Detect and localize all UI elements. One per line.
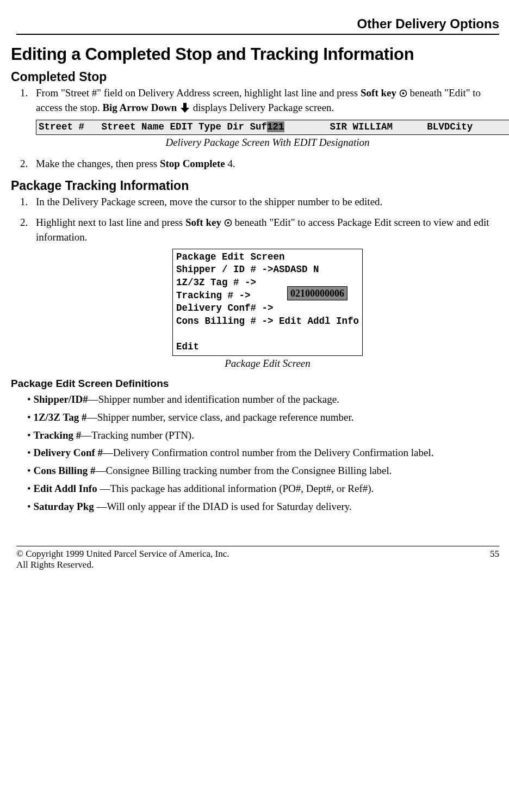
def-item: • Edit Addl Info —This package has addit… [27,482,499,496]
page-number: 55 [490,549,499,570]
stop-complete-label: Stop Complete [160,158,225,169]
line: City PostCode Unit [450,121,509,132]
def-item: • 1Z/3Z Tag #—Shipper number, service cl… [27,411,499,425]
softkey-label: Soft key [361,87,396,99]
definitions-list: • Shipper/ID#—Shipper number and identif… [27,393,499,513]
def-term: 1Z/3Z Tag # [33,411,86,423]
copyright: © Copyright 1999 United Parcel Service o… [16,549,229,559]
page-title: Editing a Completed Stop and Tracking In… [11,45,499,64]
footer-rule [16,546,499,546]
text: Highlight next to last line and press [36,217,185,228]
heading-completed-stop: Completed Stop [11,70,499,84]
step-1: From "Street #" field on Delivery Addres… [30,87,499,150]
heading-package-tracking: Package Tracking Information [11,179,499,193]
def-desc: —Will only appear if the DIAD is used fo… [97,501,352,512]
text: From "Street #" field on Delivery Addres… [36,87,361,99]
bigarrow-label: Big Arrow Down [102,102,177,113]
steps-completed-stop: From "Street #" field on Delivery Addres… [16,87,499,171]
svg-rect-2 [183,103,187,108]
text: displays Delivery Package screen. [190,102,334,113]
step-1: In the Delivery Package screen, move the… [30,195,499,209]
def-item: • Cons Billing #—Consignee Billing track… [27,464,499,478]
def-term: Edit Addl Info [33,483,100,494]
text: Make the changes, then press [36,158,160,169]
footer-left: © Copyright 1999 United Parcel Service o… [16,549,229,570]
def-desc: —Shipper number, service class, and pack… [87,411,354,423]
def-item: • Saturday Pkg —Will only appear if the … [27,500,499,514]
screen2-caption: Package Edit Screen [36,357,499,371]
def-term: Cons Billing # [33,465,95,476]
line: Delivery Conf# -> [176,302,359,315]
def-term: Delivery Conf # [33,447,103,458]
section-header: Other Delivery Options [16,16,499,32]
def-item: • Shipper/ID#—Shipper number and identif… [27,393,499,407]
line: Street # Street Name EDIT Type Dir Suf [39,121,267,132]
softkey-label: Soft key [185,217,221,228]
line: Shipper / ID # ->ASDASD N [176,263,359,276]
svg-point-1 [402,93,404,95]
big-arrow-down-icon [179,102,190,117]
header-rule [16,34,499,35]
def-desc: —Shipper number and identification numbe… [88,393,339,405]
heading-definitions: Package Edit Screen Definitions [11,378,499,390]
def-desc: —Delivery Confirmation control number fr… [103,447,433,458]
def-item: • Delivery Conf #—Delivery Confirmation … [27,446,499,460]
svg-marker-3 [181,108,189,113]
line: SIR WILLIAM BLVD [284,121,450,132]
softkey-icon [224,217,232,231]
softkey-icon [399,88,407,101]
def-term: Saturday Pkg [33,501,96,512]
svg-point-5 [227,222,229,224]
def-item: • Tracking #—Tracking number (PTN). [27,429,499,442]
def-desc: —This package has additional information… [100,483,374,494]
def-desc: —Tracking number (PTN). [81,429,194,441]
line: Cons Billing # -> Edit Addl Info [176,315,359,328]
package-edit-screen: Package Edit Screen Shipper / ID # ->ASD… [172,249,363,356]
steps-package-tracking: In the Delivery Package screen, move the… [16,195,499,371]
line [176,328,359,341]
highlighted-street-num: 121 [267,121,284,132]
def-term: Tracking # [33,429,81,441]
step-2: Make the changes, then press Stop Comple… [30,157,499,171]
tracking-number-highlight: 02100000006 [287,286,347,300]
delivery-package-screen: Street # Street Name EDIT Type Dir Suf 1… [36,120,509,135]
def-term: Shipper/ID# [33,393,88,405]
screen1-caption: Delivery Package Screen With EDIT Design… [36,136,499,150]
def-desc: —Consignee Billing tracking number from … [95,465,392,476]
line: Package Edit Screen [176,251,359,264]
line: Edit [176,341,359,354]
step-2: Highlight next to last line and press So… [30,216,499,370]
text: 4. [225,158,235,169]
footer: © Copyright 1999 United Parcel Service o… [16,549,499,570]
rights: All Rights Reserved. [16,559,229,570]
